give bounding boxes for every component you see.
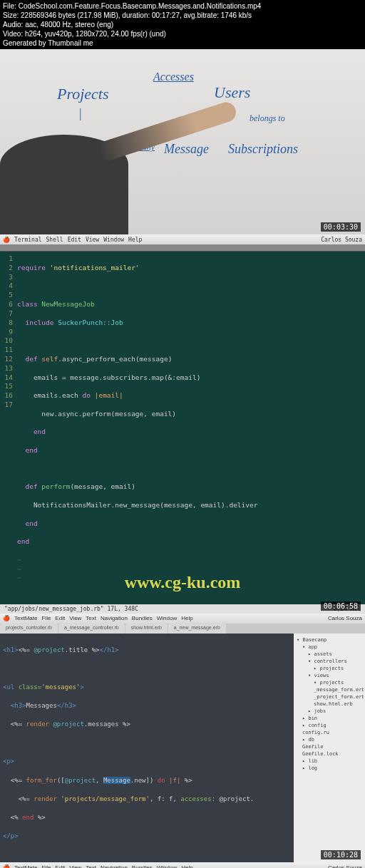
status-left: "app/jobs/new_message_job.rb" 17L, 348C xyxy=(4,606,138,612)
terminal-code-area[interactable]: 1234567891011121314151617 require 'notif… xyxy=(0,252,365,604)
menubar-user: Carlos Souza xyxy=(328,864,362,869)
editor-tab[interactable]: a_new_message.erb xyxy=(168,624,226,634)
vim-status-bar: "app/jobs/new_message_job.rb" 17L, 348C … xyxy=(0,604,365,614)
menubar-item[interactable]: Edit xyxy=(55,615,65,621)
tree-item[interactable]: Gemfile xyxy=(295,743,364,750)
editor-tab[interactable]: a_message_controller.rb xyxy=(58,624,125,634)
tree-item[interactable]: config.ru xyxy=(295,729,364,736)
tree-item[interactable]: ▸ db xyxy=(295,736,364,743)
menubar-item[interactable]: Help xyxy=(128,237,142,243)
menubar-app[interactable]: Terminal xyxy=(14,237,42,243)
menubar-item[interactable]: File xyxy=(41,615,51,621)
line-gutter: 1234567891011121314151617 xyxy=(0,254,17,601)
wb-users: Users xyxy=(214,83,250,102)
menubar-item[interactable]: Text xyxy=(86,864,96,869)
menubar-item[interactable]: View xyxy=(69,864,81,869)
menubar-item[interactable]: Window xyxy=(157,864,177,869)
menubar-right: Carlos Souza xyxy=(321,237,362,243)
mac-menubar[interactable]: 🍎 TextMate File Edit View Text Navigatio… xyxy=(0,614,365,624)
menubar-item[interactable]: Navigation xyxy=(101,615,128,621)
tree-item[interactable]: show.html.erb xyxy=(295,701,364,708)
menubar-item[interactable]: Bundles xyxy=(132,864,153,869)
apple-icon[interactable]: 🍎 xyxy=(3,237,10,243)
wb-line: | xyxy=(78,106,82,121)
video-line: Video: h264, yuv420p, 1280x720, 24.00 fp… xyxy=(3,29,362,38)
wb-subs: Subscriptions xyxy=(228,142,298,157)
tree-item[interactable]: ▾ controllers xyxy=(295,658,364,665)
tree-item[interactable]: ▸ projects xyxy=(295,665,364,672)
menubar-item[interactable]: Bundles xyxy=(132,615,153,621)
mac-menubar[interactable]: 🍎 Terminal Shell Edit View Window Help C… xyxy=(0,234,365,244)
size-line: Size: 228569346 bytes (217.98 MiB), dura… xyxy=(3,11,362,20)
menubar-item[interactable]: Help xyxy=(181,615,192,621)
code-lines[interactable]: <h1><%= @project.title %></h1> <ul class… xyxy=(0,636,294,859)
editor-tabs[interactable]: projects_controller.rb a_message_control… xyxy=(0,624,365,634)
timestamp-badge: 00:06:58 xyxy=(321,601,361,611)
terminal-panel: 🍎 Terminal Shell Edit View Window Help C… xyxy=(0,234,365,614)
editor-code-area[interactable]: <h1><%= @project.title %></h1> <ul class… xyxy=(0,634,294,862)
mac-menubar[interactable]: 🍎 TextMate File Edit View Text Navigatio… xyxy=(0,862,365,868)
terminal-tab-bar[interactable] xyxy=(0,244,365,252)
generated-line: Generated by Thumbnail me xyxy=(3,38,362,48)
menubar-app[interactable]: TextMate xyxy=(14,864,37,869)
audio-line: Audio: aac, 48000 Hz, stereo (eng) xyxy=(3,20,362,29)
menubar-item[interactable]: Window xyxy=(103,237,124,243)
menubar-item[interactable]: View xyxy=(86,237,99,243)
video-info-header: File: CodeSchool.com.Feature.Focus.Basec… xyxy=(0,0,365,49)
menubar-user: Carlos Souza xyxy=(328,615,362,621)
tree-item[interactable]: ▸ config xyxy=(295,722,364,729)
tree-item[interactable]: ▾ Basecamp xyxy=(295,636,364,644)
editor-tab[interactable]: show.html.erb xyxy=(125,624,168,634)
tree-item[interactable]: ▾ app xyxy=(295,644,364,651)
menubar-user: Carlos Souza xyxy=(321,237,362,243)
menubar-app[interactable]: TextMate xyxy=(14,615,37,621)
timestamp-badge: 00:03:30 xyxy=(321,222,361,232)
tree-item[interactable]: ▾ projects xyxy=(295,679,364,686)
menubar-item[interactable]: File xyxy=(41,864,51,869)
tree-item[interactable]: _message_form.erb xyxy=(295,686,364,693)
tree-item[interactable]: ▸ lib xyxy=(295,758,364,765)
tree-item[interactable]: ▸ log xyxy=(295,765,364,772)
menubar-item[interactable]: Edit xyxy=(55,864,65,869)
file-line: File: CodeSchool.com.Feature.Focus.Basec… xyxy=(3,1,362,11)
menubar-item[interactable]: Text xyxy=(86,615,96,621)
code-lines[interactable]: require 'notifications_mailer' class New… xyxy=(17,254,365,601)
watermark-text: www.cg-ku.com xyxy=(125,573,241,592)
wb-belongs: belongs to xyxy=(250,113,285,124)
tree-item[interactable]: Gemfile.lock xyxy=(295,750,364,758)
tree-item[interactable]: ▸ bin xyxy=(295,715,364,722)
apple-icon[interactable]: 🍎 xyxy=(3,864,10,869)
file-tree-sidebar[interactable]: ▾ Basecamp ▾ app ▸ assets ▾ controllers … xyxy=(294,634,365,862)
menubar-item[interactable]: Shell xyxy=(46,237,63,243)
timestamp-badge: 00:10:28 xyxy=(321,850,361,859)
tree-item[interactable]: _project_form.erb xyxy=(295,693,364,701)
menubar-item[interactable]: Window xyxy=(157,615,177,621)
whiteboard-panel: Projects Accesses Users | | Messages has… xyxy=(0,49,365,234)
wb-message: Message xyxy=(164,142,209,157)
tree-item[interactable]: ▾ views xyxy=(295,672,364,679)
editor-tab[interactable]: projects_controller.rb xyxy=(0,624,58,634)
wb-accesses: Accesses xyxy=(153,71,194,83)
menubar-item[interactable]: View xyxy=(69,615,81,621)
textmate-panel-2: 🍎 TextMate File Edit View Text Navigatio… xyxy=(0,862,365,868)
wb-projects: Projects xyxy=(57,85,109,103)
menubar-item[interactable]: Edit xyxy=(68,237,81,243)
menubar-item[interactable]: Navigation xyxy=(101,864,128,869)
menubar-item[interactable]: Help xyxy=(181,864,192,869)
apple-icon[interactable]: 🍎 xyxy=(3,615,10,621)
textmate-panel-1: 🍎 TextMate File Edit View Text Navigatio… xyxy=(0,614,365,862)
tree-item[interactable]: ▸ jobs xyxy=(295,708,364,715)
tree-item[interactable]: ▸ assets xyxy=(295,651,364,658)
